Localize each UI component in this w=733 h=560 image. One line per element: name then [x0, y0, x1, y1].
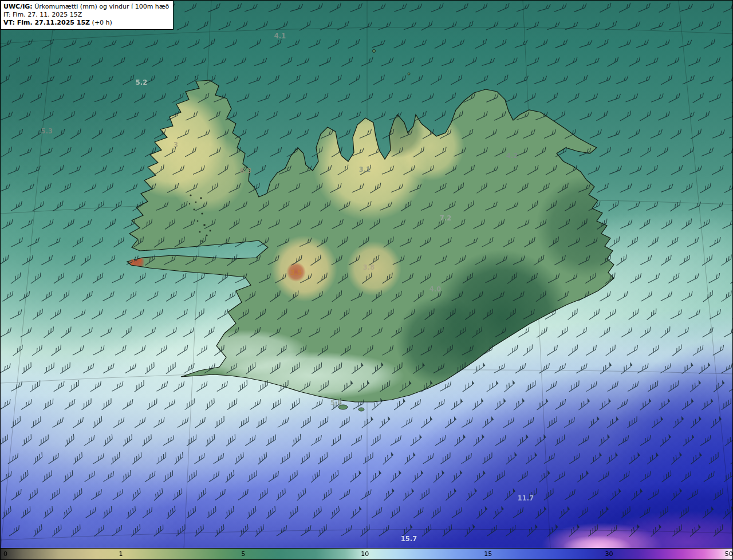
colorbar-tick-label: 5	[241, 549, 245, 560]
colorbar-tick-label: 30	[605, 549, 613, 560]
model-name: UWC/IG:	[3, 3, 33, 10]
valid-time: VT: Fim. 27.11.2025 15Z	[3, 19, 90, 26]
weather-map-frame: 4.15.25.336.33.14.27.22.73.53.84.05.611.…	[0, 0, 733, 560]
init-time: IT: Fim. 27. 11. 2025 15Z	[3, 11, 169, 19]
colorbar-tick-label: 15	[484, 549, 492, 560]
colorbar-tick-label: 50	[725, 549, 733, 560]
valid-time-line: VT: Fim. 27.11.2025 15Z (+0 h)	[3, 19, 169, 27]
colorbar-tick-label: 0	[3, 549, 7, 560]
colorbar-tick-label: 1	[119, 549, 123, 560]
precipitation-colorbar: 01510153050	[1, 548, 733, 559]
colorbar-tick-label: 10	[361, 549, 369, 560]
product-title-line: UWC/IG: Úrkomumætti (mm) og vindur í 100…	[3, 3, 169, 11]
map-info-box: UWC/IG: Úrkomumætti (mm) og vindur í 100…	[1, 1, 174, 30]
precipitation-wind-field	[1, 1, 733, 549]
valid-time-offset: (+0 h)	[90, 19, 112, 26]
product-title: Úrkomumætti (mm) og vindur í 100m hæð	[33, 3, 170, 10]
